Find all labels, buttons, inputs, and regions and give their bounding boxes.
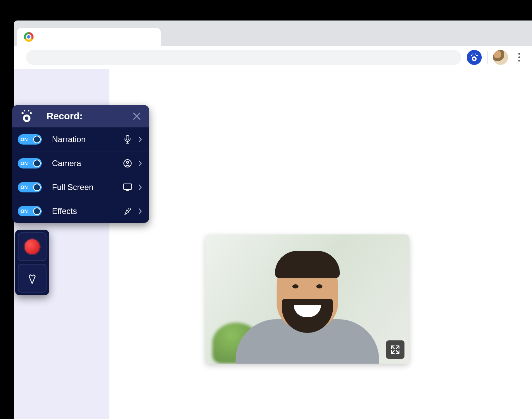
fullscreen-label: Full Screen <box>52 183 122 192</box>
svg-point-8 <box>22 112 24 114</box>
record-panel: Record: ON Narration ON Camera <box>12 105 149 223</box>
expand-icon <box>390 344 400 355</box>
browser-toolbar <box>14 46 532 69</box>
svg-rect-12 <box>126 135 129 140</box>
browser-menu-button[interactable] <box>513 51 525 64</box>
svg-point-9 <box>30 112 32 114</box>
microphone-icon <box>122 134 133 145</box>
svg-point-14 <box>127 161 129 163</box>
expand-preview-button[interactable] <box>386 340 404 359</box>
fullscreen-toggle[interactable]: ON <box>18 182 42 192</box>
close-icon <box>132 112 141 121</box>
record-button[interactable] <box>18 232 46 261</box>
svg-point-2 <box>471 54 472 56</box>
chevron-right-icon <box>137 160 144 167</box>
narration-label: Narration <box>52 135 122 144</box>
draw-button[interactable] <box>18 264 46 293</box>
svg-point-4 <box>472 53 473 54</box>
camera-toggle[interactable]: ON <box>18 158 42 168</box>
monitor-icon <box>122 182 133 192</box>
record-row-fullscreen[interactable]: ON Full Screen <box>12 175 149 199</box>
extension-logo-icon <box>469 53 479 62</box>
close-panel-button[interactable] <box>131 111 142 122</box>
toolbar-divider <box>487 51 488 64</box>
camera-label: Camera <box>52 159 122 168</box>
browser-tab[interactable] <box>17 28 161 46</box>
record-panel-title: Record: <box>46 111 131 122</box>
confetti-icon <box>122 206 133 216</box>
record-dot-icon <box>25 239 40 254</box>
record-panel-header: Record: <box>12 105 149 127</box>
svg-point-10 <box>24 110 25 111</box>
record-row-camera[interactable]: ON Camera <box>12 151 149 175</box>
effects-toggle[interactable]: ON <box>18 206 42 216</box>
narration-toggle[interactable]: ON <box>18 134 42 145</box>
chevron-right-icon <box>137 208 144 215</box>
floating-controls <box>15 230 49 295</box>
profile-avatar[interactable] <box>493 50 508 65</box>
record-row-narration[interactable]: ON Narration <box>12 127 149 151</box>
svg-point-7 <box>25 117 28 120</box>
chevron-right-icon <box>137 184 144 191</box>
chevron-right-icon <box>137 136 144 143</box>
chrome-icon <box>24 32 34 42</box>
svg-point-3 <box>476 54 478 56</box>
effects-label: Effects <box>52 206 122 216</box>
svg-point-11 <box>28 110 29 111</box>
app-logo-icon <box>19 109 34 124</box>
svg-point-5 <box>475 53 476 54</box>
extension-button[interactable] <box>467 50 482 65</box>
tab-strip <box>14 21 532 46</box>
address-bar[interactable] <box>26 50 461 65</box>
person-circle-icon <box>122 158 133 168</box>
pen-icon <box>26 271 38 285</box>
record-row-effects[interactable]: ON Effects <box>12 199 149 223</box>
svg-rect-15 <box>123 184 132 189</box>
svg-point-1 <box>473 58 475 60</box>
camera-preview[interactable] <box>205 234 409 364</box>
person-figure <box>236 247 379 364</box>
